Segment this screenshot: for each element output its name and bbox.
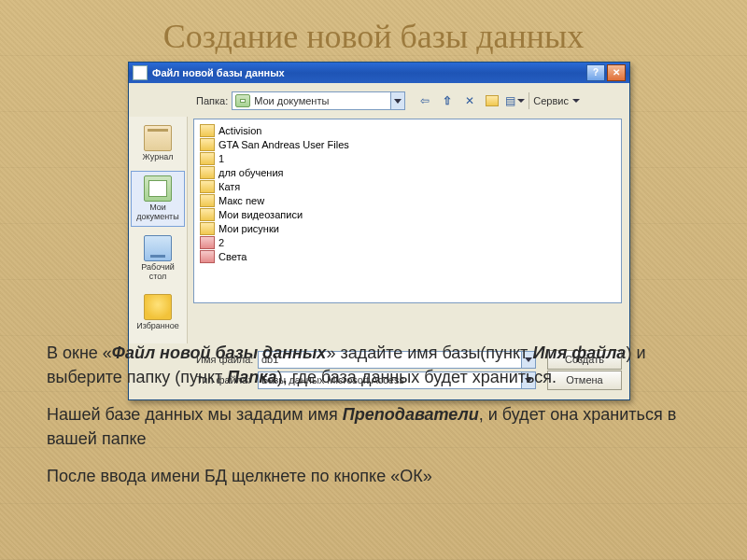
place-favorites[interactable]: Избранное (131, 289, 185, 336)
list-item[interactable]: Макс new (200, 193, 615, 207)
journal-icon (144, 125, 172, 151)
app-icon (133, 65, 148, 80)
new-folder-icon[interactable] (482, 91, 502, 111)
file-list[interactable]: Activision GTA San Andreas User Files 1 … (193, 119, 622, 303)
dialog-toolbar: Папка: Мои документы ⇦ ⇧ ✕ ▤ Сервис (129, 83, 629, 117)
desktop-icon (144, 235, 172, 261)
star-icon (144, 294, 172, 320)
folder-icon (200, 194, 215, 207)
chevron-down-icon[interactable] (390, 92, 404, 109)
list-item[interactable]: Мои видеозаписи (200, 207, 615, 221)
list-item[interactable]: Мои рисунки (200, 221, 615, 235)
folder-icon (200, 152, 215, 165)
up-button[interactable]: ⇧ (437, 91, 458, 111)
mydocs-icon (144, 175, 172, 202)
separator (529, 92, 529, 109)
folder-icon (200, 138, 215, 151)
slide-title: Создание новой базы данных (0, 17, 747, 56)
folder-icon (200, 124, 215, 137)
place-label: Рабочий стол (132, 263, 184, 282)
help-button[interactable]: ? (586, 64, 605, 81)
place-mydocs[interactable]: Мои документы (131, 171, 185, 227)
folder-icon (200, 208, 215, 221)
search-icon[interactable]: ✕ (459, 91, 480, 111)
place-label: Избранное (136, 322, 179, 331)
place-label: Журнал (143, 153, 174, 162)
place-journal[interactable]: Журнал (131, 120, 185, 167)
list-item[interactable]: 1 (200, 151, 615, 165)
folder-icon (200, 180, 215, 193)
window-title: Файл новой базы данных (152, 67, 585, 78)
list-item[interactable]: Катя (200, 179, 615, 193)
list-item[interactable]: Activision (200, 123, 615, 137)
folder-icon (200, 166, 215, 179)
list-item[interactable]: 2 (200, 235, 615, 249)
back-button[interactable]: ⇦ (415, 91, 435, 111)
folder-label: Папка: (196, 95, 228, 106)
list-item[interactable]: GTA San Andreas User Files (200, 137, 615, 151)
folder-select-value: Мои документы (254, 95, 329, 106)
database-icon (200, 250, 215, 263)
list-item[interactable]: Света (200, 249, 615, 263)
place-label: Мои документы (132, 203, 184, 222)
tools-menu[interactable]: Сервис (533, 95, 580, 106)
folder-select[interactable]: Мои документы (232, 91, 405, 110)
place-desktop[interactable]: Рабочий стол (131, 231, 185, 287)
mydocs-icon (235, 94, 250, 107)
list-item[interactable]: для обучения (200, 165, 615, 179)
close-button[interactable]: ✕ (607, 64, 626, 81)
titlebar[interactable]: Файл новой базы данных ? ✕ (129, 63, 629, 83)
places-bar: Журнал Мои документы Рабочий стол Избран… (129, 117, 188, 343)
database-icon (200, 236, 215, 249)
slide-body-text: В окне «Файл новой базы данных» задайте … (47, 341, 700, 501)
folder-icon (200, 222, 215, 235)
views-button[interactable]: ▤ (504, 91, 525, 111)
